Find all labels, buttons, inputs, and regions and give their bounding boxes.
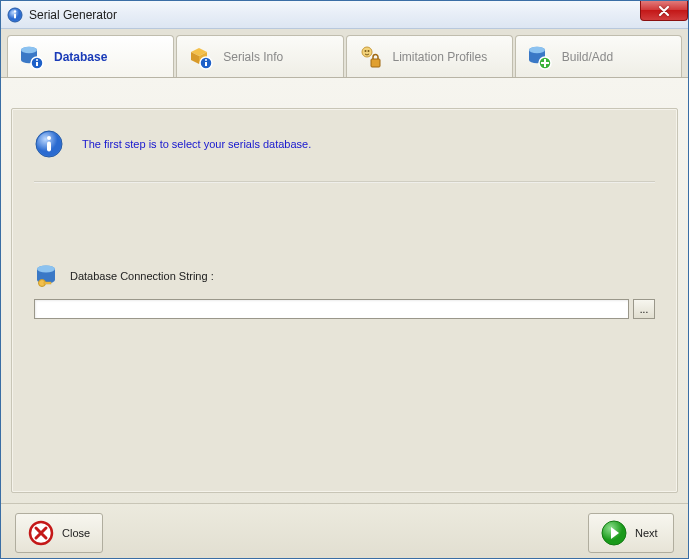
browse-button[interactable]: ... <box>633 299 655 319</box>
app-info-icon <box>7 7 23 23</box>
database-info-icon <box>18 44 44 70</box>
info-row: The first step is to select your serials… <box>34 129 655 159</box>
tab-label: Limitation Profiles <box>393 50 488 64</box>
svg-rect-3 <box>14 13 16 18</box>
close-button[interactable]: Close <box>15 513 103 553</box>
svg-point-14 <box>367 50 369 52</box>
window-close-button[interactable] <box>640 1 688 21</box>
svg-rect-24 <box>47 142 51 152</box>
tab-limitation-profiles[interactable]: Limitation Profiles <box>346 35 513 77</box>
close-button-label: Close <box>62 527 90 539</box>
svg-point-7 <box>36 59 38 61</box>
lock-profile-icon <box>357 44 383 70</box>
svg-rect-28 <box>44 282 51 284</box>
main-panel: The first step is to select your serials… <box>11 108 678 493</box>
separator <box>34 181 655 183</box>
svg-point-10 <box>205 59 207 61</box>
svg-rect-8 <box>36 62 38 66</box>
svg-point-5 <box>21 46 37 52</box>
tab-label: Database <box>54 50 107 64</box>
connection-string-input[interactable] <box>34 299 629 319</box>
tab-label: Serials Info <box>223 50 283 64</box>
tab-serials-info[interactable]: Serials Info <box>176 35 343 77</box>
titlebar: Serial Generator <box>1 1 688 29</box>
svg-rect-20 <box>541 62 549 64</box>
content-area: The first step is to select your serials… <box>1 78 688 503</box>
close-icon <box>28 520 54 546</box>
tab-build-add[interactable]: Build/Add <box>515 35 682 77</box>
svg-rect-15 <box>371 59 380 67</box>
tab-database[interactable]: Database <box>7 35 174 77</box>
window-title: Serial Generator <box>29 8 117 22</box>
tab-bar: Database Serials Info Limitation Profile… <box>1 29 688 78</box>
database-key-icon <box>34 263 60 289</box>
connection-input-row: ... <box>34 299 655 319</box>
svg-point-23 <box>47 136 51 140</box>
next-button-label: Next <box>635 527 658 539</box>
footer-bar: Close Next <box>1 503 688 559</box>
svg-rect-11 <box>205 62 207 66</box>
info-message: The first step is to select your serials… <box>82 138 311 150</box>
next-button[interactable]: Next <box>588 513 674 553</box>
info-icon <box>34 129 64 159</box>
svg-point-17 <box>529 46 545 52</box>
svg-point-2 <box>14 10 16 12</box>
next-arrow-icon <box>601 520 627 546</box>
connection-label-row: Database Connection String : <box>34 263 655 289</box>
connection-string-label: Database Connection String : <box>70 270 214 282</box>
svg-point-26 <box>37 266 55 273</box>
database-add-icon <box>526 44 552 70</box>
tab-label: Build/Add <box>562 50 613 64</box>
svg-point-13 <box>364 50 366 52</box>
box-info-icon <box>187 44 213 70</box>
